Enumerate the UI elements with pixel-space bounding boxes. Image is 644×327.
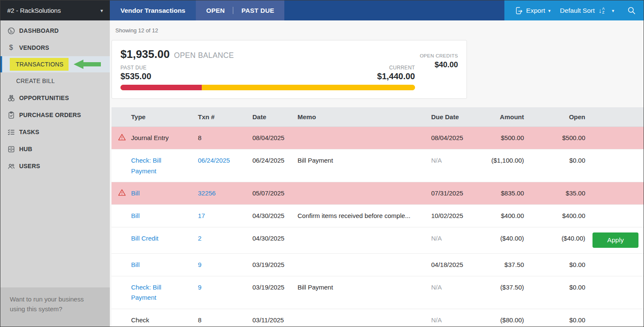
cell-txn-link[interactable]: 2	[198, 235, 201, 242]
cell-amount: ($1,100.00)	[482, 149, 524, 172]
sidebar-item-label: DASHBOARD	[19, 27, 59, 34]
balance-summary-card: $1,935.00 OPEN BALANCE PAST DUE CURRENT …	[112, 40, 467, 99]
cell-open: $0.00	[524, 276, 585, 298]
main-panel: Showing 12 of 12 $1,935.00 OPEN BALANCE …	[110, 20, 644, 327]
highlight-transactions: TRANSACTIONS	[10, 58, 69, 71]
open-balance-label: OPEN BALANCE	[174, 51, 234, 60]
current-label: CURRENT	[389, 65, 415, 71]
cell-amount: ($40.00)	[482, 227, 524, 250]
search-button[interactable]	[627, 6, 636, 15]
past-due-bar-segment	[120, 85, 202, 90]
sidebar-footer-promo: Want to run your business using this sys…	[0, 287, 110, 327]
export-label: Export	[526, 7, 545, 14]
sidebar-item-hub[interactable]: HUB	[0, 141, 110, 158]
balance-progress-bar	[120, 85, 415, 90]
clipboard-check-icon	[6, 111, 16, 119]
sidebar-item-create-bill[interactable]: CREATE BILL	[0, 72, 110, 89]
sidebar-item-label: USERS	[19, 163, 40, 169]
cell-due-date: N/A	[431, 227, 482, 250]
cell-txn-link[interactable]: 17	[198, 212, 205, 219]
cell-txn-link[interactable]: 9	[198, 261, 201, 268]
cell-date: 03/19/2025	[252, 276, 298, 298]
cell-due-date: 10/02/2025	[431, 205, 482, 227]
sidebar-item-tasks[interactable]: TASKS	[0, 123, 110, 141]
cell-open: $35.00	[524, 182, 585, 204]
transactions-table: Type Txn # Date Memo Due Date Amount Ope…	[112, 107, 644, 327]
page-title-tab[interactable]: Vendor Transactions	[110, 0, 196, 20]
cell-type-link[interactable]: Bill	[131, 212, 140, 219]
search-icon	[627, 6, 636, 15]
cell-date: 08/04/2025	[252, 127, 298, 149]
table-row: Bill 17 04/30/2025 Confirm items receive…	[112, 205, 644, 227]
cell-txn-link[interactable]: 9	[198, 284, 201, 291]
showing-count: Showing 12 of 12	[115, 27, 644, 34]
cell-type-link[interactable]: Bill	[131, 189, 140, 197]
cell-txn-link[interactable]: 32256	[198, 189, 216, 197]
cell-memo: Bill Payment	[298, 149, 431, 172]
warning-icon	[112, 127, 131, 147]
sort-selector[interactable]: Default Sort ↓ AZ ▾	[557, 7, 617, 14]
cell-type-link[interactable]: Check: Bill Payment	[131, 157, 161, 175]
cell-date: 06/24/2025	[252, 149, 298, 172]
sort-az-icon: ↓ AZ	[598, 7, 604, 14]
sidebar-item-label: VENDORS	[19, 44, 49, 51]
table-row: Check 8 03/11/2025 N/A ($80.00) $0.00	[112, 309, 644, 327]
icon-spacer	[112, 309, 131, 321]
sidebar-item-label: CREATE BILL	[16, 77, 55, 84]
cell-open: $500.00	[524, 127, 585, 149]
sidebar-item-purchase-orders[interactable]: PURCHASE ORDERS	[0, 106, 110, 123]
chevron-down-icon: ▾	[100, 8, 103, 14]
header-amount: Amount	[482, 113, 524, 121]
balance-left: $1,935.00 OPEN BALANCE PAST DUE CURRENT …	[120, 48, 415, 90]
table-row: Check: Bill Payment 9 03/19/2025 Bill Pa…	[112, 276, 644, 310]
apply-button[interactable]: Apply	[592, 232, 638, 248]
icon-spacer	[112, 276, 131, 288]
topbar-actions: Export ▾ Default Sort ↓ AZ ▾	[504, 0, 644, 20]
filter-segment: OPEN PAST DUE	[196, 0, 284, 20]
warning-icon	[112, 182, 131, 202]
cell-memo	[298, 309, 431, 321]
table-header-row: Type Txn # Date Memo Due Date Amount Ope…	[112, 107, 644, 127]
cell-amount: $500.00	[482, 127, 524, 149]
cell-memo	[298, 254, 431, 265]
cell-memo	[298, 127, 431, 138]
users-icon	[6, 162, 16, 170]
chevron-down-icon: ▾	[612, 7, 614, 14]
cell-action	[585, 149, 644, 182]
sidebar-item-opportunities[interactable]: OPPORTUNITIES	[0, 89, 110, 106]
cell-type-link[interactable]: Bill Credit	[131, 235, 158, 242]
company-selector[interactable]: #2 - RackSolutions ▾	[0, 0, 110, 20]
icon-spacer	[112, 205, 131, 216]
icon-spacer	[112, 149, 131, 161]
filter-separator	[233, 7, 233, 14]
cell-action	[585, 309, 644, 327]
cell-action: Apply	[585, 227, 644, 253]
cell-amount: ($37.50)	[482, 276, 524, 298]
header-type: Type	[131, 113, 198, 121]
checklist-icon	[6, 128, 16, 136]
cell-date: 04/30/2025	[252, 227, 298, 250]
sidebar-item-transactions[interactable]: TRANSACTIONS	[0, 56, 110, 72]
sidebar-item-label: PURCHASE ORDERS	[19, 112, 81, 118]
sidebar-item-users[interactable]: USERS	[0, 158, 110, 175]
filter-past-due[interactable]: PAST DUE	[241, 7, 274, 14]
open-balance-headline: $1,935.00 OPEN BALANCE	[120, 48, 415, 61]
cell-type-link[interactable]: Check: Bill Payment	[131, 284, 161, 301]
cell-open: $0.00	[524, 309, 585, 327]
export-icon	[515, 6, 523, 15]
cell-memo	[298, 227, 431, 239]
cell-open: ($40.00)	[524, 227, 585, 250]
cell-type: Journal Entry	[131, 127, 198, 149]
filter-open[interactable]: OPEN	[206, 7, 225, 14]
balance-amounts: $535.00 $1,440.00	[120, 72, 415, 81]
cell-due-date: 04/18/2025	[431, 254, 482, 276]
current-value: $1,440.00	[377, 72, 415, 81]
sidebar-item-vendors[interactable]: $ VENDORS	[0, 39, 110, 56]
export-button[interactable]: Export ▾	[512, 6, 553, 15]
sidebar-item-dashboard[interactable]: DASHBOARD	[0, 22, 110, 39]
header-open: Open	[524, 113, 585, 121]
binoculars-icon	[6, 94, 16, 102]
cell-type-link[interactable]: Bill	[131, 261, 140, 268]
open-credits-value: $40.00	[420, 60, 458, 69]
cell-txn-link[interactable]: 06/24/2025	[198, 157, 230, 164]
